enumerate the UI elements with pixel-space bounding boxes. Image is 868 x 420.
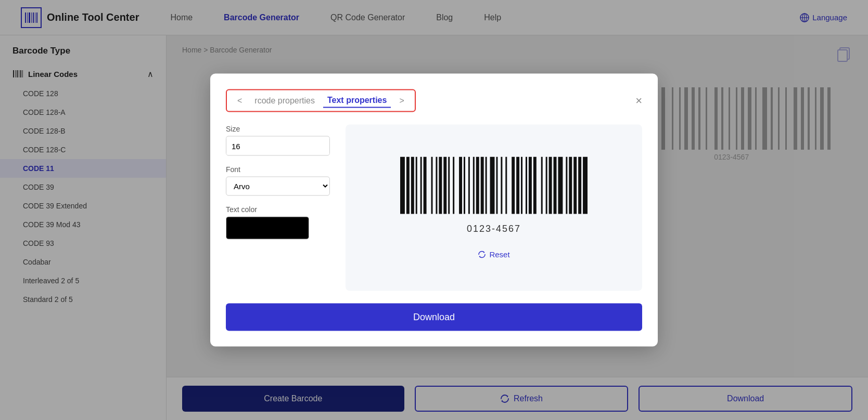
dialog-header: < rcode properties Text properties > ×	[226, 89, 642, 112]
svg-rect-53	[566, 157, 567, 214]
svg-rect-38	[490, 157, 495, 214]
svg-rect-31	[459, 157, 462, 214]
svg-rect-57	[583, 157, 588, 214]
svg-rect-36	[481, 157, 484, 214]
svg-rect-25	[431, 157, 433, 214]
size-form-group: Size ▲ ▼	[226, 125, 330, 156]
svg-rect-22	[416, 157, 417, 214]
dialog-tab-prev-arrow[interactable]: <	[233, 94, 246, 108]
reset-icon	[478, 250, 486, 258]
svg-rect-44	[521, 157, 522, 214]
svg-rect-42	[512, 157, 515, 214]
svg-rect-54	[569, 157, 572, 214]
size-label: Size	[226, 125, 330, 133]
color-swatch[interactable]	[226, 217, 309, 240]
svg-rect-43	[516, 157, 519, 214]
font-label: Font	[226, 165, 330, 174]
svg-rect-45	[526, 157, 527, 214]
font-select[interactable]: Arvo Arial Courier Times New Roman Verda…	[226, 177, 330, 196]
svg-rect-30	[453, 157, 454, 214]
svg-rect-34	[473, 157, 475, 214]
svg-rect-28	[443, 157, 446, 214]
svg-rect-29	[448, 157, 450, 214]
svg-rect-48	[541, 157, 543, 214]
svg-rect-27	[439, 157, 442, 214]
svg-rect-51	[554, 157, 557, 214]
dialog-body: Size ▲ ▼ Font Arvo Arial Courier Times N…	[226, 125, 642, 291]
svg-marker-59	[479, 256, 481, 257]
svg-rect-47	[533, 157, 537, 214]
svg-rect-56	[578, 157, 581, 214]
svg-rect-55	[573, 157, 577, 214]
size-input[interactable]	[226, 137, 330, 154]
text-color-form-group: Text color	[226, 205, 330, 240]
dialog-form: Size ▲ ▼ Font Arvo Arial Courier Times N…	[226, 125, 330, 291]
svg-rect-26	[436, 157, 437, 214]
svg-rect-52	[558, 157, 563, 214]
svg-rect-40	[501, 157, 502, 214]
svg-rect-50	[549, 157, 552, 214]
svg-rect-23	[420, 157, 422, 214]
svg-rect-39	[496, 157, 497, 214]
dialog-tab-barcode-props[interactable]: rcode properties	[250, 94, 319, 108]
dialog-tab-next-arrow[interactable]: >	[395, 94, 408, 108]
font-form-group: Font Arvo Arial Courier Times New Roman …	[226, 165, 330, 196]
dialog-tab-text-props[interactable]: Text properties	[323, 94, 391, 108]
svg-rect-21	[411, 157, 414, 214]
svg-rect-41	[505, 157, 507, 214]
dialog-close-button[interactable]: ×	[635, 95, 642, 107]
svg-rect-37	[486, 157, 487, 214]
reset-button[interactable]: Reset	[478, 250, 509, 259]
svg-rect-33	[468, 157, 470, 214]
dialog-download-button[interactable]: Download	[226, 304, 642, 331]
barcode-value-label: 0123-4567	[467, 224, 521, 234]
svg-rect-24	[424, 157, 427, 214]
dialog-barcode-preview: 0123-4567 Reset	[346, 125, 642, 291]
svg-rect-49	[546, 157, 547, 214]
svg-rect-32	[464, 157, 465, 214]
svg-marker-58	[483, 251, 485, 253]
barcode-svg	[395, 157, 593, 219]
text-color-label: Text color	[226, 205, 330, 214]
svg-rect-35	[476, 157, 479, 214]
svg-rect-46	[529, 157, 532, 214]
dialog-footer: Download	[226, 304, 642, 331]
svg-rect-20	[406, 157, 410, 214]
dialog-tabs: < rcode properties Text properties >	[226, 89, 416, 112]
size-input-row: ▲ ▼	[226, 136, 330, 156]
dialog: < rcode properties Text properties > × S…	[210, 74, 658, 347]
svg-rect-19	[400, 157, 405, 214]
reset-label: Reset	[489, 250, 509, 259]
barcode-preview: 0123-4567	[395, 157, 593, 234]
